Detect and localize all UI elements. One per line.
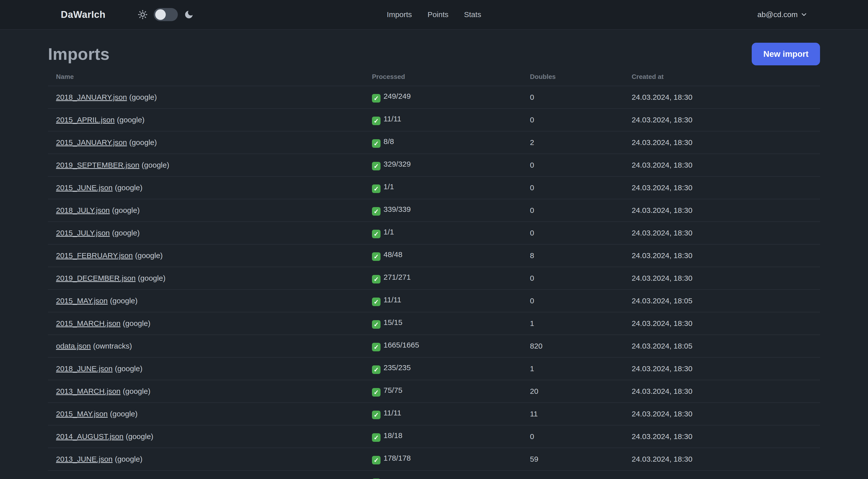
moon-icon: [184, 9, 194, 20]
doubles-count: 8: [530, 251, 534, 260]
cell-doubles: 2: [522, 131, 624, 154]
cell-created-at: [624, 471, 820, 479]
cell-name: 2015_MAY.json(google): [48, 402, 364, 425]
check-icon: ✓: [372, 365, 380, 374]
processed-count: 48/48: [383, 250, 402, 259]
check-icon: ✓: [372, 411, 380, 419]
cell-doubles: 0: [522, 222, 624, 244]
table-row: 2013_JUNE.json(google) ✓178/178 59 24.03…: [48, 448, 820, 471]
cell-processed: ✓235/235: [364, 357, 522, 380]
import-file-link[interactable]: 2015_JULY.json: [56, 229, 110, 237]
cell-name: odata.json(owntracks): [48, 335, 364, 357]
doubles-count: 2: [530, 138, 534, 147]
import-source: (google): [129, 138, 157, 147]
cell-name: 2018_JULY.json(google): [48, 199, 364, 222]
import-file-link[interactable]: 2015_APRIL.json: [56, 116, 115, 124]
processed-count: 18/18: [383, 431, 402, 440]
page-title: Imports: [48, 44, 110, 64]
created-at: 24.03.2024, 18:05: [632, 297, 692, 305]
import-file-link[interactable]: 2015_JANUARY.json: [56, 138, 127, 147]
processed-count: 75/75: [383, 386, 402, 394]
nav-link-points[interactable]: Points: [428, 10, 448, 19]
import-file-link[interactable]: 2018_JUNE.json: [56, 364, 113, 373]
import-file-link[interactable]: 2019_DECEMBER.json: [56, 274, 135, 282]
cell-created-at: 24.03.2024, 18:30: [624, 312, 820, 335]
import-file-link[interactable]: 2015_MAY.json: [56, 410, 108, 418]
theme-toggle[interactable]: [154, 8, 178, 21]
doubles-count: 1: [530, 319, 534, 327]
cell-doubles: 0: [522, 290, 624, 312]
cell-created-at: 24.03.2024, 18:05: [624, 335, 820, 357]
table-row: 2015_JUNE.json(google) ✓1/1 0 24.03.2024…: [48, 176, 820, 199]
import-file-link[interactable]: 2015_FEBRUARY.json: [56, 251, 133, 260]
import-file-link[interactable]: 2013_MARCH.json: [56, 387, 121, 395]
cell-created-at: 24.03.2024, 18:30: [624, 448, 820, 471]
import-file-link[interactable]: 2015_MARCH.json: [56, 319, 121, 327]
cell-created-at: 24.03.2024, 18:30: [624, 380, 820, 402]
cell-doubles: 820: [522, 335, 624, 357]
user-menu[interactable]: ab@cd.com: [757, 10, 808, 19]
doubles-count: 0: [530, 161, 534, 169]
cell-processed: ✓1/1: [364, 222, 522, 244]
cell-doubles: 1: [522, 312, 624, 335]
cell-processed: ✓75/75: [364, 380, 522, 402]
import-source: (google): [115, 183, 143, 192]
nav-link-imports[interactable]: Imports: [387, 10, 412, 19]
created-at: 24.03.2024, 18:30: [632, 116, 692, 124]
cell-name: 2018_JUNE.json(google): [48, 357, 364, 380]
import-file-link[interactable]: 2014_AUGUST.json: [56, 432, 123, 441]
check-icon: ✓: [372, 298, 380, 306]
import-file-link[interactable]: 2018_JANUARY.json: [56, 93, 127, 101]
import-file-link[interactable]: 2018_JULY.json: [56, 206, 110, 214]
cell-name: 2019_SEPTEMBER.json(google): [48, 154, 364, 176]
processed-count: 329/329: [383, 160, 411, 168]
doubles-count: 820: [530, 342, 542, 350]
table-row: 2015_MARCH.json(google) ✓15/15 1 24.03.2…: [48, 312, 820, 335]
import-source: (google): [135, 251, 163, 260]
top-nav: DaWarIch Imports Points Stats ab@cd.com: [0, 0, 868, 30]
cell-doubles: 0: [522, 109, 624, 131]
processed-count: 15/15: [383, 318, 402, 326]
import-source: (owntracks): [93, 342, 132, 350]
created-at: 24.03.2024, 18:30: [632, 319, 692, 327]
check-icon: ✓: [372, 433, 380, 442]
chevron-down-icon: [800, 11, 808, 18]
nav-link-stats[interactable]: Stats: [464, 10, 481, 19]
created-at: 24.03.2024, 18:30: [632, 432, 692, 441]
cell-doubles: 8: [522, 244, 624, 267]
created-at: 24.03.2024, 18:30: [632, 93, 692, 101]
cell-name: 2015_JANUARY.json(google): [48, 131, 364, 154]
processed-count: 1/1: [383, 182, 394, 191]
cell-name: 2014_AUGUST.json(google): [48, 425, 364, 448]
table-row: 2019_DECEMBER.json(google) ✓271/271 0 24…: [48, 267, 820, 290]
created-at: 24.03.2024, 18:05: [632, 342, 692, 350]
import-file-link[interactable]: 2013_JUNE.json: [56, 455, 113, 463]
import-file-link[interactable]: odata.json: [56, 342, 91, 350]
cell-created-at: 24.03.2024, 18:30: [624, 357, 820, 380]
cell-created-at: 24.03.2024, 18:30: [624, 176, 820, 199]
new-import-button[interactable]: New import: [752, 43, 820, 65]
created-at: 24.03.2024, 18:30: [632, 138, 692, 147]
cell-processed: ✓15/15: [364, 312, 522, 335]
import-file-link[interactable]: 2015_MAY.json: [56, 297, 108, 305]
import-source: (google): [110, 410, 137, 418]
table-row: odata.json(owntracks) ✓1665/1665 820 24.…: [48, 335, 820, 357]
created-at: 24.03.2024, 18:30: [632, 229, 692, 237]
import-file-link[interactable]: 2019_SEPTEMBER.json: [56, 161, 140, 169]
imports-table-body: 2018_JANUARY.json(google) ✓249/249 0 24.…: [48, 86, 820, 479]
doubles-count: 0: [530, 116, 534, 124]
cell-created-at: 24.03.2024, 18:30: [624, 425, 820, 448]
cell-name: 2015_JUNE.json(google): [48, 176, 364, 199]
cell-name: 2015_MARCH.json(google): [48, 312, 364, 335]
doubles-count: 0: [530, 274, 534, 282]
check-icon: ✓: [372, 320, 380, 329]
created-at: 24.03.2024, 18:30: [632, 410, 692, 418]
table-row: 2019_SEPTEMBER.json(google) ✓329/329 0 2…: [48, 154, 820, 176]
import-file-link[interactable]: 2015_JUNE.json: [56, 183, 113, 192]
import-source: (google): [115, 455, 143, 463]
app-logo[interactable]: DaWarIch: [61, 9, 105, 20]
doubles-count: 0: [530, 93, 534, 101]
cell-processed: ✓11/11: [364, 402, 522, 425]
import-source: (google): [138, 274, 165, 282]
cell-name: 2013_MARCH.json(google): [48, 380, 364, 402]
